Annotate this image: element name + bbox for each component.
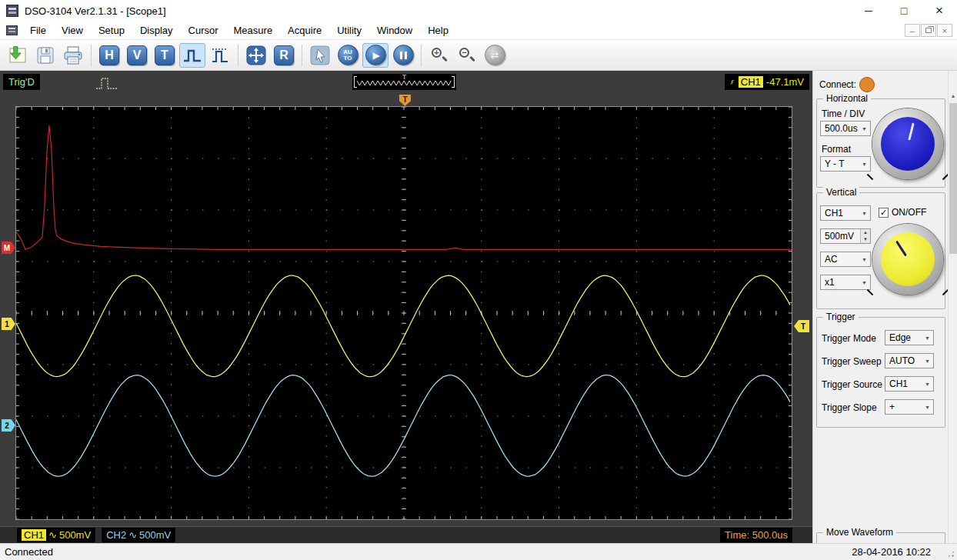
trigger-source-select[interactable]: CH1▼ xyxy=(885,376,934,392)
close-icon: × xyxy=(935,3,943,18)
preview-right-bracket xyxy=(452,76,455,88)
trigger-setup-button[interactable]: T xyxy=(152,43,178,68)
ch1-info-badge[interactable]: CH1 ∿ 500mV xyxy=(17,528,95,542)
mdi-restore-button[interactable] xyxy=(921,24,936,37)
record-button[interactable]: R xyxy=(271,43,297,68)
trigger-sweep-select[interactable]: AUTO▼ xyxy=(885,353,934,368)
cursor-icon xyxy=(310,45,330,65)
pulse-pass-fail-button[interactable] xyxy=(207,43,233,68)
open-button[interactable] xyxy=(5,43,31,68)
mdi-close-icon: × xyxy=(942,26,947,35)
title-bar: DSO-3104 Ver2.1.31 - [Scope1] ─ □ × xyxy=(0,0,957,22)
channel-select[interactable]: CH1▼ xyxy=(820,205,871,221)
sync-button[interactable]: ⇄ xyxy=(482,43,508,68)
vertical-knob[interactable] xyxy=(872,224,943,295)
scroll-up-icon[interactable]: ▲ xyxy=(949,91,957,102)
horizontal-knob[interactable] xyxy=(872,108,943,179)
menu-display[interactable]: Display xyxy=(132,22,181,38)
menu-help[interactable]: Help xyxy=(420,22,456,38)
vertical-setup-button[interactable]: V xyxy=(124,43,150,68)
time-div-select[interactable]: 500.0us▼ xyxy=(820,121,871,136)
datetime-label: 28-04-2016 10:22 xyxy=(852,546,931,558)
menu-setup[interactable]: Setup xyxy=(91,22,132,38)
trigger-mode-select[interactable]: Edge▼ xyxy=(885,330,934,345)
coupling-select[interactable]: AC▼ xyxy=(820,252,871,267)
panel-scrollbar[interactable]: ▲ xyxy=(948,71,957,543)
pause-button[interactable] xyxy=(390,43,416,68)
mdi-minimize-icon: – xyxy=(910,26,915,35)
mdi-close-button[interactable]: × xyxy=(937,24,952,37)
trigger-icon: T xyxy=(155,45,175,65)
resize-grip[interactable] xyxy=(947,550,955,558)
math-icon xyxy=(246,45,266,65)
menu-acquire[interactable]: Acquire xyxy=(280,22,329,38)
trigger-source-label: Trigger Source xyxy=(822,379,882,390)
auto-icon: AU TO xyxy=(338,45,358,65)
print-button[interactable] xyxy=(60,43,86,68)
trigger-status-badge: Trig'D xyxy=(3,74,40,90)
pulse-measure-button[interactable] xyxy=(179,43,205,68)
pulse-dotted-icon xyxy=(210,46,230,65)
trigger-mode-label: Trigger Mode xyxy=(822,333,876,344)
trigger-info-badge: CH1 -47.1mV xyxy=(725,74,809,90)
onoff-label: ON/OFF xyxy=(892,207,926,218)
vertical-group-title: Vertical xyxy=(823,187,859,198)
pulse-icon xyxy=(182,46,202,65)
volt-div-stepper[interactable]: 500mV ▲▼ xyxy=(820,228,871,244)
oscilloscope-display[interactable]: FFT : 200mV / DIV 10.00KHz / DIV Sa. Rat… xyxy=(15,106,792,520)
menu-measure[interactable]: Measure xyxy=(226,22,281,38)
horizontal-setup-button[interactable]: H xyxy=(96,43,122,68)
status-bar: Connected 28-04-2016 10:22 xyxy=(0,543,957,560)
toolbar: H V T R AU TO ▶ xyxy=(0,40,957,71)
save-button[interactable] xyxy=(32,43,58,68)
waveform-position-preview[interactable]: T xyxy=(352,74,456,90)
ch1-scale-value: 500mV xyxy=(59,529,91,541)
window-title: DSO-3104 Ver2.1.31 - [Scope1] xyxy=(25,5,166,17)
run-button[interactable]: ▶ xyxy=(362,43,388,68)
math-button[interactable] xyxy=(243,43,269,68)
ch2-info-badge[interactable]: CH2 ∿ 500mV xyxy=(102,528,175,542)
ch2-scale-value: 500mV xyxy=(139,529,171,541)
zoom-out-button[interactable]: − xyxy=(454,43,480,68)
math-channel-marker[interactable]: M xyxy=(2,242,15,254)
maximize-button[interactable]: □ xyxy=(886,0,922,22)
cursor-button[interactable] xyxy=(307,43,333,68)
channel-onoff-toggle[interactable]: ✓ ON/OFF xyxy=(879,207,926,218)
trigger-position-marker[interactable]: T xyxy=(399,95,411,106)
trigger-level-marker[interactable]: T xyxy=(794,320,809,332)
minimize-button[interactable]: ─ xyxy=(851,0,886,22)
menu-view[interactable]: View xyxy=(54,22,91,38)
menu-cursor[interactable]: Cursor xyxy=(181,22,226,38)
trigger-group-title: Trigger xyxy=(823,312,859,322)
checkbox-checked-icon: ✓ xyxy=(879,208,889,218)
preview-trigger-marker: T xyxy=(402,74,407,80)
minimize-icon: ─ xyxy=(865,5,872,17)
probe-select[interactable]: x1▼ xyxy=(820,275,871,290)
scrollbar-thumb[interactable] xyxy=(949,103,957,254)
ch1-coupling-icon: ∿ xyxy=(48,529,57,541)
ch1-name-chip: CH1 xyxy=(22,529,46,541)
ch2-position-marker[interactable]: 2 xyxy=(2,419,15,432)
timebase-badge: Time: 500.0us xyxy=(720,528,792,542)
trigger-slope-select[interactable]: +▼ xyxy=(885,399,934,415)
open-icon xyxy=(8,45,28,65)
format-select[interactable]: Y - T▼ xyxy=(820,156,871,172)
ch1-position-marker[interactable]: 1 xyxy=(2,318,15,330)
menu-utility[interactable]: Utility xyxy=(329,22,369,38)
scope-area: Trig'D T CH1 -47.1mV FFT : 200mV / DIV 1… xyxy=(0,71,812,543)
save-icon xyxy=(36,46,55,65)
pause-icon xyxy=(393,45,414,65)
menu-file[interactable]: File xyxy=(22,22,54,38)
chevron-down-icon: ▼ xyxy=(923,405,932,410)
menu-window[interactable]: Window xyxy=(369,22,420,38)
time-div-label: Time / DIV xyxy=(822,108,865,119)
stepper-arrows-icon[interactable]: ▲▼ xyxy=(860,229,870,243)
app-icon xyxy=(6,5,18,17)
trigger-sweep-label: Trigger Sweep xyxy=(822,356,882,367)
toolbar-separator xyxy=(238,45,238,66)
auto-setup-button[interactable]: AU TO xyxy=(335,43,361,68)
zoom-in-button[interactable]: + xyxy=(426,43,452,68)
mdi-minimize-button[interactable]: – xyxy=(905,24,920,37)
close-button[interactable]: × xyxy=(922,0,957,22)
horizontal-icon: H xyxy=(99,45,119,65)
